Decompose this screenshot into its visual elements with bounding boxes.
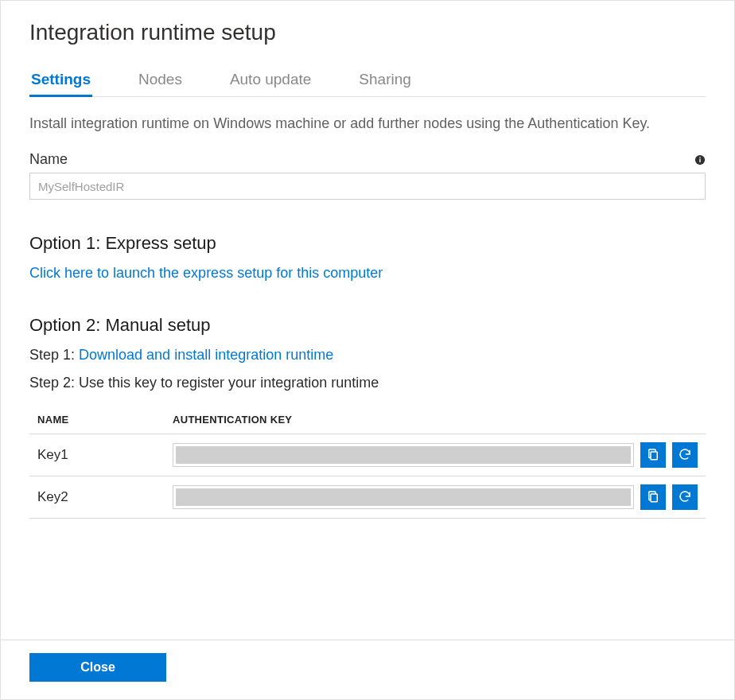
key-field [173, 484, 698, 510]
footer: Close [1, 640, 734, 699]
name-input[interactable] [29, 173, 706, 200]
info-icon[interactable] [694, 154, 706, 165]
intro-text: Install integration runtime on Windows m… [29, 113, 706, 134]
svg-rect-3 [651, 452, 657, 460]
col-authkey: AUTHENTICATION KEY [165, 407, 706, 434]
refresh-icon [678, 489, 692, 506]
table-row: Key1 [29, 434, 706, 476]
close-button[interactable]: Close [29, 653, 166, 682]
copy-icon [646, 489, 660, 506]
refresh-key1-button[interactable] [672, 442, 698, 468]
refresh-key2-button[interactable] [672, 484, 698, 510]
key-value-mask [176, 446, 631, 464]
key-value-box[interactable] [173, 443, 634, 467]
copy-key1-button[interactable] [640, 442, 666, 468]
tab-nodes[interactable]: Nodes [137, 66, 184, 96]
tab-settings[interactable]: Settings [29, 66, 92, 96]
col-name: NAME [29, 407, 165, 434]
main-content: Integration runtime setup Settings Nodes… [1, 1, 734, 640]
svg-rect-2 [699, 157, 700, 158]
copy-key2-button[interactable] [640, 484, 666, 510]
svg-rect-4 [651, 494, 657, 502]
key-field [173, 442, 698, 468]
download-link[interactable]: Download and install integration runtime [79, 347, 333, 363]
express-setup-link[interactable]: Click here to launch the express setup f… [29, 265, 383, 281]
name-field-label-row: Name [29, 151, 706, 168]
key-value-mask [176, 488, 631, 506]
keys-table: NAME AUTHENTICATION KEY Key1 [29, 407, 706, 519]
svg-rect-1 [699, 158, 700, 161]
key-name-cell: Key2 [29, 476, 165, 519]
tab-auto-update[interactable]: Auto update [228, 66, 313, 96]
tab-sharing[interactable]: Sharing [357, 66, 413, 96]
key-value-box[interactable] [173, 485, 634, 509]
name-label: Name [29, 151, 68, 168]
option1-heading: Option 1: Express setup [29, 233, 706, 254]
step1-prefix: Step 1: [29, 347, 79, 363]
copy-icon [646, 447, 660, 464]
key-name-cell: Key1 [29, 434, 165, 476]
step1: Step 1: Download and install integration… [29, 347, 706, 364]
option2-heading: Option 2: Manual setup [29, 315, 706, 336]
page-title: Integration runtime setup [29, 20, 706, 45]
table-row: Key2 [29, 476, 706, 519]
step2: Step 2: Use this key to register your in… [29, 375, 706, 391]
refresh-icon [678, 447, 692, 464]
tabs: Settings Nodes Auto update Sharing [29, 66, 706, 97]
